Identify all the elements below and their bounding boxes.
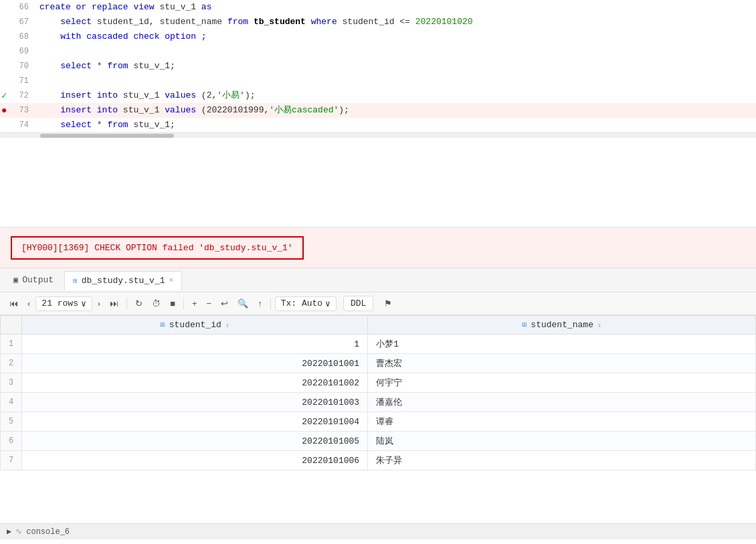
col-header-student-id[interactable]: ⊞ student_id ⇕ [22, 316, 368, 335]
upload-icon: ↑ [258, 298, 262, 308]
code-line-66: 66create or replace view stu_v_1 as [0, 0, 756, 15]
code-editor: 66create or replace view stu_v_1 as67 se… [0, 0, 756, 228]
code-line-68: 68 with cascaded check option ; [0, 29, 756, 44]
code-line-67: 67 select student_id, student_name from … [0, 15, 756, 29]
clock-icon: ⏱ [152, 298, 161, 308]
tab-table[interactable]: ⊞ db_study.stu_v_1 × [64, 271, 182, 290]
status-bar: ▶ ∿ console_6 [0, 523, 756, 539]
student-name-cell: 陆岚 [368, 432, 756, 451]
rows-selector[interactable]: 21 rows ∨ [35, 296, 92, 311]
line-content-73: insert into stu_v_1 values (20220101999,… [37, 103, 756, 118]
line-number-66: 66 [0, 0, 37, 15]
code-line-71: 71 [0, 74, 756, 88]
tab-close-btn[interactable]: × [169, 276, 174, 284]
row-number-cell: 7 [1, 451, 22, 470]
search-btn[interactable]: 🔍 [233, 296, 252, 310]
table-row: 420220101003潘嘉伦 [1, 393, 756, 412]
student-name-cell: 曹杰宏 [368, 354, 756, 373]
upload-btn[interactable]: ↑ [254, 296, 266, 310]
table-header-row: ⊞ student_id ⇕ ⊞ student_name ⇕ [1, 316, 756, 335]
console-arrow-icon: ▶ [7, 527, 11, 537]
line-number-67: 67 [0, 15, 37, 29]
error-area: [HY000][1369] CHECK OPTION failed 'db_st… [0, 228, 756, 268]
output-tab-label: Output [22, 275, 54, 285]
line-number-69: 69 [0, 44, 37, 59]
line-number-72: ✓72 [0, 88, 37, 103]
line-number-73: ●73 [0, 103, 37, 118]
student-id-cell: 20220101005 [22, 432, 368, 451]
undo-btn[interactable]: ↩ [217, 296, 232, 310]
nav-prev-btn[interactable]: ‹ [23, 296, 34, 310]
line-content-74: select * from stu_v_1; [37, 118, 756, 132]
table-row: 11小梦1 [1, 335, 756, 354]
code-line-70: 70 select * from stu_v_1; [0, 59, 756, 74]
data-table: ⊞ student_id ⇕ ⊞ student_name ⇕ [0, 315, 756, 470]
pin-icon: ⚑ [384, 298, 392, 308]
code-line-72: ✓72 insert into stu_v_1 values (2,'小易'); [0, 88, 756, 103]
pin-btn[interactable]: ⚑ [380, 296, 396, 310]
nav-next-btn[interactable]: › [94, 296, 104, 310]
code-scrollbar-thumb[interactable] [40, 134, 174, 138]
table-tab-icon: ⊞ [73, 276, 78, 285]
student-id-cell: 20220101002 [22, 373, 368, 393]
add-row-btn[interactable]: + [188, 296, 201, 310]
bottom-panel: ▣ Output ⊞ db_study.stu_v_1 × ⏮ ‹ 21 row… [0, 268, 756, 523]
row-number-cell: 6 [1, 432, 22, 451]
row-number-cell: 4 [1, 393, 22, 412]
nav-first-btn[interactable]: ⏮ [5, 296, 22, 310]
console-label: console_6 [26, 527, 70, 537]
line-content-68: with cascaded check option ; [37, 29, 756, 44]
remove-icon: − [207, 298, 212, 308]
tx-label: Tx: Auto [281, 298, 322, 308]
code-scrollbar[interactable] [0, 132, 756, 138]
student-name-sort-icon[interactable]: ⇕ [597, 321, 601, 329]
tx-chevron-icon: ∨ [325, 298, 330, 309]
error-box: [HY000][1369] CHECK OPTION failed 'db_st… [11, 236, 304, 260]
clock-btn[interactable]: ⏱ [148, 296, 165, 310]
ddl-btn[interactable]: DDL [343, 296, 373, 311]
student-name-table-icon: ⊞ [522, 320, 527, 330]
table-row: 320220101002何宇宁 [1, 373, 756, 393]
row-number-cell: 2 [1, 354, 22, 373]
tx-selector[interactable]: Tx: Auto ∨ [275, 296, 337, 311]
nav-last-icon: ⏭ [110, 298, 118, 308]
nav-last-btn[interactable]: ⏭ [106, 296, 122, 310]
console-wavy-icon: ∿ [15, 527, 22, 537]
table-tab-label: db_study.stu_v_1 [82, 276, 165, 286]
student-name-cell: 朱子异 [368, 451, 756, 470]
toolbar-divider-2 [183, 298, 184, 310]
student-name-cell: 何宇宁 [368, 373, 756, 393]
toolbar-divider-3 [270, 298, 271, 310]
col-header-student-name[interactable]: ⊞ student_name ⇕ [368, 316, 756, 335]
table-row: 220220101001曹杰宏 [1, 354, 756, 373]
rows-count-label: 21 rows [41, 298, 78, 308]
code-line-73: ●73 insert into stu_v_1 values (20220101… [0, 103, 756, 118]
table-row: 520220101004谭睿 [1, 412, 756, 432]
refresh-icon: ↻ [135, 298, 143, 308]
student-id-sort-icon[interactable]: ⇕ [225, 321, 229, 329]
table-row: 620220101005陆岚 [1, 432, 756, 451]
student-id-cell: 20220101001 [22, 354, 368, 373]
line-number-74: 74 [0, 118, 37, 132]
code-line-69: 69 [0, 44, 756, 59]
stop-icon: ■ [170, 298, 175, 308]
nav-prev-icon: ‹ [27, 298, 30, 308]
add-icon: + [192, 298, 197, 308]
line-number-68: 68 [0, 29, 37, 44]
data-table-wrapper[interactable]: ⊞ student_id ⇕ ⊞ student_name ⇕ [0, 315, 756, 523]
nav-next-icon: › [98, 298, 100, 308]
tab-output[interactable]: ▣ Output [5, 271, 62, 289]
remove-row-btn[interactable]: − [203, 296, 216, 310]
tab-bar: ▣ Output ⊞ db_study.stu_v_1 × [0, 268, 756, 292]
refresh-btn[interactable]: ↻ [131, 296, 147, 310]
stop-btn[interactable]: ■ [166, 296, 179, 310]
row-number-cell: 3 [1, 373, 22, 393]
code-lines: 66create or replace view stu_v_1 as67 se… [0, 0, 756, 132]
line-number-70: 70 [0, 59, 37, 74]
nav-first-icon: ⏮ [9, 298, 18, 308]
line-content-66: create or replace view stu_v_1 as [37, 0, 756, 15]
rows-chevron-icon: ∨ [81, 298, 86, 309]
line-content-67: select student_id, student_name from tb_… [37, 15, 756, 29]
student-id-cell: 20220101004 [22, 412, 368, 432]
check-indicator: ✓ [1, 88, 7, 103]
